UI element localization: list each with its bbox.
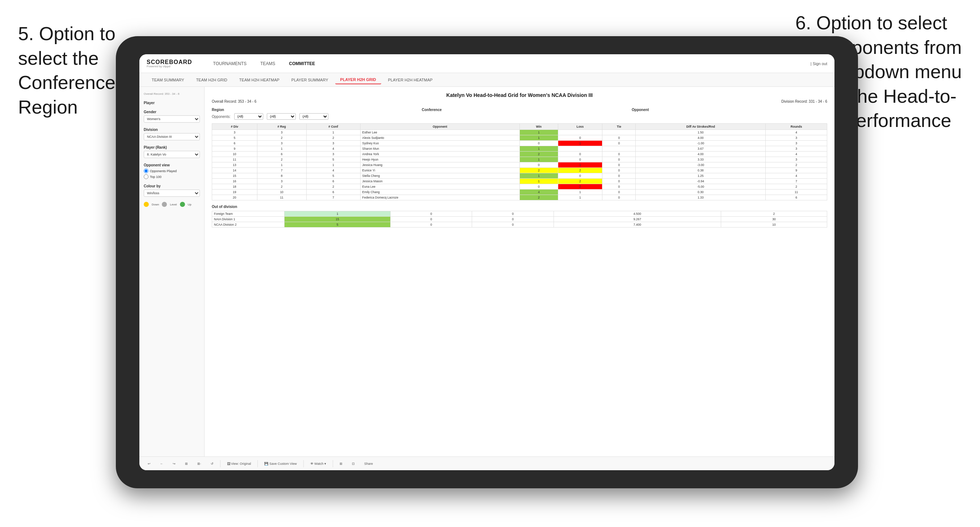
toolbar-grid4[interactable]: ⊡ <box>349 461 358 467</box>
tab-player-h2h-heatmap[interactable]: PLAYER H2H HEATMAP <box>383 76 438 84</box>
col-win: Win <box>520 124 558 130</box>
opponent-filter-label: Opponent <box>632 108 827 112</box>
table-row: 1125 Heejo Hyun 100 3.333 <box>212 157 827 162</box>
col-loss: Loss <box>558 124 602 130</box>
col-opponent: Opponent <box>360 124 520 130</box>
tablet-container: SCOREBOARD Powered by clippd TOURNAMENTS… <box>116 36 858 488</box>
dot-down <box>144 202 149 207</box>
toolbar-sep3 <box>303 460 304 467</box>
table-row: 522 Alexis Sudjianto 100 4.003 <box>212 135 827 141</box>
radio-opponents-played[interactable]: Opponents Played <box>144 168 200 173</box>
toolbar-grid2[interactable]: ⊞· <box>194 461 204 467</box>
gender-select[interactable]: Women's Men's <box>144 115 200 122</box>
table-row: 331 Esther Lee 1 1.504 <box>212 130 827 135</box>
radio-top100[interactable]: Top 100 <box>144 175 200 179</box>
sub-nav: TEAM SUMMARY TEAM H2H GRID TEAM H2H HEAT… <box>139 73 834 87</box>
toolbar-refresh[interactable]: ↺ <box>208 461 216 467</box>
opponent-view-label: Opponent view <box>144 163 200 167</box>
bottom-toolbar: ↩ ← ↪ ⊞ ⊞· ↺ 🖼 View: Original 💾 Save Cus… <box>139 457 834 470</box>
col-diff: Diff Av Strokes/Rnd <box>636 124 766 130</box>
sign-out-link[interactable]: | Sign out <box>811 62 827 66</box>
player-label: Player <box>144 101 200 105</box>
opponent-select[interactable]: (All) <box>299 113 328 120</box>
h2h-table: # Div # Reg # Conf Opponent Win Loss Tie… <box>212 123 827 200</box>
table-row: 1585 Stella Cheng 100 1.254 <box>212 173 827 179</box>
sidebar-colour-by-section: Colour by Win/loss <box>144 184 200 197</box>
table-row: Foreign Team 1 0 0 4.500 2 <box>212 211 827 217</box>
sidebar-player-section: Player <box>144 101 200 105</box>
table-row: 1822 Euna Lee 020 -5.002 <box>212 184 827 189</box>
col-reg: # Reg <box>257 124 306 130</box>
last-updated: Overall Record: 353 - 34 - 6 <box>144 92 200 95</box>
opponent-view-radio-group: Opponents Played Top 100 <box>144 168 200 179</box>
player-rank-label: Player (Rank) <box>144 145 200 149</box>
filters-row: Opponents: (All) (All) (All) <box>212 113 827 120</box>
toolbar-sep2 <box>258 460 258 467</box>
table-row: 1063 Andrea York 200 4.004 <box>212 152 827 157</box>
table-row: 20117 Federica Domecq Lacroze 210 1.336 <box>212 195 827 200</box>
toolbar-save-custom-view[interactable]: 💾 Save Custom View <box>261 461 299 467</box>
out-of-division-table: Foreign Team 1 0 0 4.500 2 NAIA Division… <box>212 211 827 227</box>
toolbar-sep1 <box>220 460 221 467</box>
toolbar-grid3[interactable]: ⊞ <box>337 461 345 467</box>
tab-player-h2h-grid[interactable]: PLAYER H2H GRID <box>335 76 381 84</box>
table-row: NAIA Division 1 15 0 0 9.267 30 <box>212 217 827 222</box>
app-header: SCOREBOARD Powered by clippd TOURNAMENTS… <box>139 54 834 73</box>
col-conf: # Conf <box>306 124 360 130</box>
table-row: 1636 Jessica Mason 120 -0.947 <box>212 179 827 184</box>
header-right: | Sign out <box>811 62 827 66</box>
toolbar-grid[interactable]: ⊞ <box>182 461 191 467</box>
region-filter-label: Region <box>212 108 407 112</box>
logo-sub: Powered by clippd <box>146 65 192 68</box>
main-content: Overall Record: 353 - 34 - 6 Player Gend… <box>139 87 834 457</box>
toolbar-share[interactable]: Share <box>361 461 376 467</box>
content-area: Katelyn Vo Head-to-Head Grid for Women's… <box>205 87 834 457</box>
table-row: 1311 Jessica Huang 010 -3.002 <box>212 162 827 168</box>
logo-text: SCOREBOARD <box>146 59 192 65</box>
sidebar-player-rank-section: Player (Rank) 8. Katelyn Vo <box>144 145 200 158</box>
opponents-label: Opponents: <box>212 115 231 119</box>
conference-select[interactable]: (All) <box>267 113 296 120</box>
nav-tournaments[interactable]: TOURNAMENTS <box>207 59 253 68</box>
filters-section: Region Conference Opponent Opponents: (A… <box>212 108 827 120</box>
table-row: NCAA Division 2 5 0 0 7.400 10 <box>212 222 827 227</box>
page-title: Katelyn Vo Head-to-Head Grid for Women's… <box>212 92 827 98</box>
player-rank-select[interactable]: 8. Katelyn Vo <box>144 151 200 158</box>
tab-team-summary[interactable]: TEAM SUMMARY <box>146 76 189 84</box>
dot-down-label: Down <box>152 203 159 206</box>
logo-area: SCOREBOARD Powered by clippd <box>146 59 192 68</box>
toolbar-watch[interactable]: 👁 Watch ▾ <box>307 461 329 467</box>
col-rounds: Rounds <box>766 124 827 130</box>
nav-committee[interactable]: COMMITTEE <box>282 59 321 68</box>
dot-up <box>180 202 185 207</box>
region-select[interactable]: (All) <box>234 113 263 120</box>
dot-up-label: Up <box>188 203 191 206</box>
dot-level <box>162 202 167 207</box>
conference-filter-label: Conference <box>422 108 617 112</box>
table-row: 1474 Eunice Yi 220 0.389 <box>212 168 827 173</box>
nav-teams[interactable]: TEAMS <box>254 59 282 68</box>
dot-indicators: Down Level Up <box>144 202 200 207</box>
col-tie: Tie <box>602 124 636 130</box>
filters-header: Region Conference Opponent <box>212 108 827 112</box>
division-label: Division <box>144 128 200 132</box>
colour-by-label: Colour by <box>144 184 200 188</box>
division-select[interactable]: NCAA Division III <box>144 133 200 140</box>
sidebar-gender-section: Gender Women's Men's <box>144 110 200 122</box>
tab-team-h2h-heatmap[interactable]: TEAM H2H HEATMAP <box>234 76 285 84</box>
overall-record: Overall Record: 353 - 34 - 6 <box>212 100 256 103</box>
tablet-screen: SCOREBOARD Powered by clippd TOURNAMENTS… <box>139 54 834 470</box>
toolbar-redo[interactable]: ↪ <box>170 461 178 467</box>
tab-player-summary[interactable]: PLAYER SUMMARY <box>286 76 333 84</box>
gender-label: Gender <box>144 110 200 114</box>
sidebar-opponent-view-section: Opponent view Opponents Played Top 100 <box>144 163 200 179</box>
division-record: Division Record: 331 - 34 - 6 <box>781 100 827 103</box>
tab-team-h2h-grid[interactable]: TEAM H2H GRID <box>191 76 232 84</box>
toolbar-back[interactable]: ← <box>157 461 166 467</box>
out-of-division-header: Out of division <box>212 205 827 209</box>
toolbar-undo[interactable]: ↩ <box>145 461 153 467</box>
toolbar-view-original[interactable]: 🖼 View: Original <box>224 461 254 467</box>
col-div: # Div <box>212 124 258 130</box>
dot-level-label: Level <box>170 203 177 206</box>
colour-by-select[interactable]: Win/loss <box>144 189 200 197</box>
